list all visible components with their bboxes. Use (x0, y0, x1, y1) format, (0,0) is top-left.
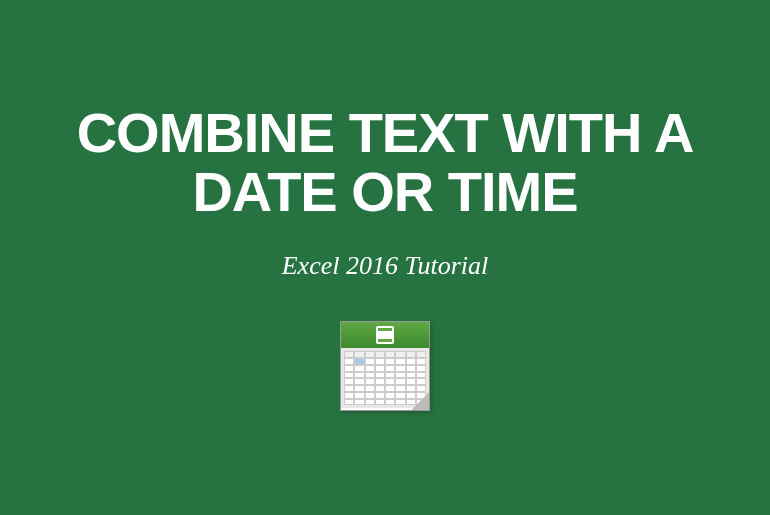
subtitle: Excel 2016 Tutorial (282, 251, 489, 281)
main-title: COMBINE TEXT WITH A DATE OR TIME (0, 104, 770, 222)
excel-spreadsheet-icon (340, 321, 430, 411)
